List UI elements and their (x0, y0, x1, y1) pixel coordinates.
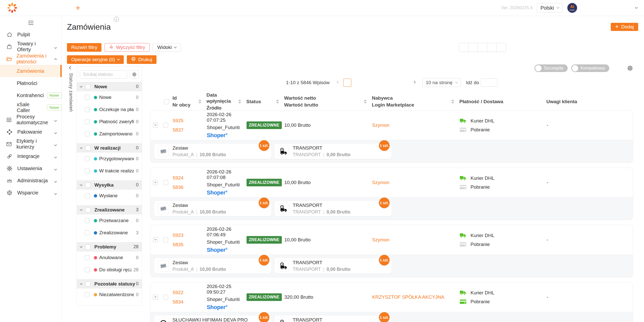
status-tab[interactable] (468, 43, 478, 52)
status-group-header[interactable]: Nowe 0 (77, 82, 142, 91)
status-group-header[interactable]: Wysyłka 0 (77, 180, 142, 190)
product-card[interactable]: Zestaw Produkt_A|10,00 Brutto 1 szt. (154, 258, 272, 274)
column-header[interactable]: IdNr obcy (172, 95, 206, 108)
app-logo-icon[interactable] (7, 2, 18, 14)
next-page-button[interactable] (411, 82, 418, 83)
views-button[interactable]: Widoki (153, 43, 181, 52)
page-ellipsis[interactable] (391, 79, 399, 87)
status-item[interactable]: Przygotowywane do wy... 0 (77, 153, 142, 165)
status-checkbox[interactable] (85, 107, 90, 112)
add-module-button[interactable]: + (76, 4, 80, 12)
menu-fold-icon[interactable] (0, 18, 62, 28)
collapse-panel-icon[interactable] (69, 66, 73, 69)
status-item[interactable]: Przetwarzane 0 (77, 214, 142, 227)
product-card[interactable]: SŁUCHAWKI HIFIMAN DEVA PRO | 1 szt. (154, 315, 272, 322)
status-checkbox[interactable] (85, 156, 90, 161)
page-number[interactable] (401, 79, 409, 87)
buyer-link[interactable]: Szymon (372, 122, 394, 128)
sidebar-item-administracja[interactable]: Administracja (0, 174, 62, 187)
table-settings-gear-icon[interactable] (627, 65, 633, 71)
column-header[interactable]: Płatność / Dostawa (459, 99, 546, 105)
clear-filters-button[interactable]: Wyczyść filtry (105, 43, 150, 52)
status-checkbox[interactable] (85, 168, 90, 173)
product-card[interactable]: Zestaw Produkt_A|10,00 Brutto 1 szt. (154, 143, 272, 159)
sidebar-subitem-p-atno-ci[interactable]: Płatności (0, 77, 62, 89)
sidebar-item-etykiety-i-kurierzy[interactable]: Etykiety i kurierzy (0, 138, 62, 150)
page-number[interactable] (382, 79, 390, 87)
status-item[interactable]: Anulowane 0 (77, 252, 142, 264)
page-number[interactable] (343, 79, 351, 87)
column-header[interactable]: Wartość nettoWartość brutto (284, 95, 372, 108)
sort-icon[interactable] (451, 99, 454, 104)
sidebar-item-pakowanie[interactable]: Pakowanie (0, 126, 62, 138)
order-id-link[interactable]: 5925 (173, 118, 207, 123)
row-checkbox[interactable] (163, 123, 168, 128)
status-item[interactable]: Niezatwierdzone (Allegro) 0 (77, 289, 142, 301)
foreign-id-link[interactable]: 5836 (173, 185, 207, 190)
status-item[interactable]: Do obsługi ręcznej 28 (77, 264, 142, 276)
select-all-checkbox[interactable] (164, 99, 169, 104)
expand-row-toggle[interactable] (153, 180, 158, 185)
status-checkbox[interactable] (85, 230, 90, 235)
user-avatar[interactable]: Ai xSale (567, 3, 578, 13)
order-id-link[interactable]: 5922 (173, 290, 207, 295)
buyer-link[interactable]: KRZYSZTOF SPÓŁKA AKCYJNA (372, 294, 448, 300)
per-page-select[interactable]: 10 na stronę (422, 78, 461, 87)
foreign-id-link[interactable]: 5834 (173, 299, 207, 305)
order-id-link[interactable]: 5923 (173, 232, 207, 238)
status-tab[interactable] (459, 43, 468, 52)
group-checkbox[interactable] (85, 207, 91, 212)
sidebar-item-integracje[interactable]: Integracje (0, 150, 62, 162)
status-item[interactable]: Zaimportowano do ERP 0 (77, 128, 142, 140)
status-item[interactable]: W trakcie realizacji 0 (77, 165, 142, 177)
topbar-collapse-icon[interactable] (635, 6, 638, 9)
status-group-header[interactable]: Problemy 28 (77, 242, 142, 252)
product-card[interactable]: TRANSPORT TRANSPORT|0,00 Brutto 1 szt. (274, 201, 392, 217)
status-tab[interactable] (487, 43, 497, 52)
sidebar-item-wsparcie[interactable]: Wsparcie (0, 187, 62, 199)
sort-icon[interactable] (364, 99, 367, 104)
order-row[interactable]: 5922 5834 2026-02-25 09:50:27 Shoper_Fut… (150, 282, 633, 312)
group-checkbox[interactable] (85, 84, 91, 89)
row-checkbox[interactable] (163, 237, 168, 242)
sort-icon[interactable] (198, 99, 201, 104)
status-checkbox[interactable] (85, 119, 90, 124)
info-icon[interactable]: i (114, 17, 119, 22)
sidebar-subitem-kontrahenci[interactable]: Kontrahenci Nowe (0, 89, 62, 101)
sidebar-item-ustawienia[interactable]: Ustawienia (0, 162, 62, 174)
sidebar-item-procesy-automatyczne[interactable]: Procesy automatyczne (0, 114, 62, 126)
order-row[interactable]: 5923 5835 2026-02-26 07:06:49 Shoper_Fut… (150, 225, 633, 255)
sort-icon[interactable] (238, 99, 241, 104)
sidebar-item-towary-i-oferty[interactable]: Towary i Oferty (0, 41, 62, 53)
foreign-id-link[interactable]: 5837 (173, 127, 207, 133)
group-checkbox[interactable] (85, 183, 91, 188)
product-card[interactable]: TRANSPORT TRANSPORT|0,00 Brutto 1 szt. (274, 258, 392, 274)
compact-toggle[interactable]: Kompaktowy (571, 64, 609, 72)
status-item[interactable]: Płatność zweryfikowana 0 (77, 116, 142, 128)
group-checkbox[interactable] (85, 146, 91, 151)
column-header[interactable]: Data wpłynięciaŹródło (206, 92, 246, 111)
sidebar-item-pulpit[interactable]: Pulpit (0, 28, 62, 41)
status-tab[interactable] (496, 43, 506, 52)
foreign-id-link[interactable]: 5835 (173, 242, 207, 247)
order-row[interactable]: 5924 5836 2026-02-26 07:07:08 Shoper_Fut… (150, 168, 633, 197)
status-group-header[interactable]: Pozostałe statusy 0 (77, 279, 142, 289)
status-group-header[interactable]: W realizacji 0 (77, 143, 142, 153)
group-checkbox[interactable] (85, 244, 91, 249)
status-search-input[interactable] (80, 70, 127, 79)
status-checkbox[interactable] (85, 131, 90, 136)
column-header[interactable]: Uwagi klienta (546, 99, 633, 105)
buyer-link[interactable]: Szymon (372, 237, 394, 243)
status-checkbox[interactable] (85, 218, 90, 223)
status-group-header[interactable]: Zrealizowane 3 (77, 205, 142, 214)
order-row[interactable]: 5925 5837 2026-02-26 07:07:25 Shoper_Fut… (150, 111, 633, 140)
status-tab[interactable] (478, 43, 487, 52)
add-order-button[interactable]: + Dodaj (611, 23, 638, 31)
group-checkbox[interactable] (85, 281, 91, 287)
page-number[interactable] (362, 79, 371, 87)
product-card[interactable]: Zestaw Produkt_A|10,00 Brutto 1 szt. (154, 201, 272, 217)
status-checkbox[interactable] (85, 95, 90, 100)
print-button[interactable]: Drukuj (127, 55, 156, 64)
product-card[interactable]: TRANSPORT | 1 szt. (274, 315, 392, 322)
status-checkbox[interactable] (85, 292, 90, 297)
